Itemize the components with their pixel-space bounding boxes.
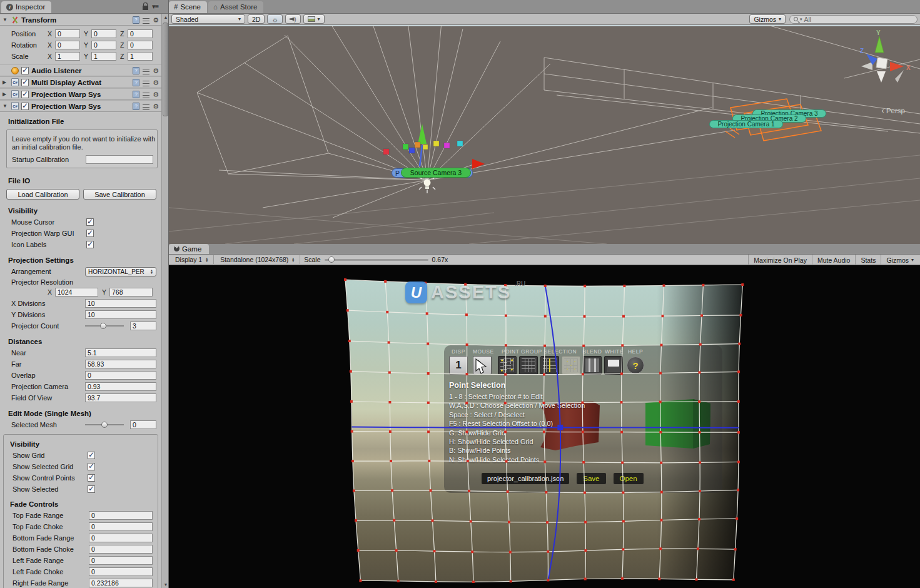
help-doc-icon[interactable] bbox=[133, 91, 139, 98]
select-points-button[interactable] bbox=[562, 356, 580, 375]
gear-icon[interactable]: ⚙ bbox=[153, 68, 159, 74]
foldout-icon[interactable]: ▶ bbox=[3, 79, 9, 85]
help-doc-icon[interactable] bbox=[133, 67, 139, 74]
scale-x-field[interactable]: 1 bbox=[55, 52, 80, 61]
field-of-view-field[interactable]: 93.7 bbox=[85, 393, 156, 402]
left-fade-range-field[interactable]: 0 bbox=[89, 556, 153, 565]
projection-camera-field[interactable]: 0.93 bbox=[85, 382, 156, 391]
presets-icon[interactable] bbox=[143, 80, 149, 86]
position-y-field[interactable]: 0 bbox=[91, 29, 116, 38]
gear-icon[interactable]: ⚙ bbox=[153, 103, 159, 110]
scrollbar-thumb[interactable] bbox=[163, 23, 168, 116]
right-fade-range-field[interactable]: 0.232186 bbox=[89, 579, 153, 587]
position-x-field[interactable]: 0 bbox=[55, 29, 80, 38]
selected-mesh-slider[interactable] bbox=[85, 424, 124, 425]
startup-calibration-field[interactable] bbox=[86, 155, 153, 164]
projector-count-slider[interactable] bbox=[85, 325, 124, 327]
show-selected-checkbox[interactable] bbox=[88, 485, 95, 493]
2d-toggle-button[interactable]: 2D bbox=[248, 14, 265, 24]
tab-game[interactable]: Game bbox=[169, 244, 209, 254]
tab-inspector[interactable]: i Inspector bbox=[1, 1, 51, 13]
resolution-dropdown[interactable]: Standalone (1024x768) bbox=[218, 255, 300, 264]
presets-icon[interactable] bbox=[143, 104, 149, 110]
scene-gizmos-dropdown[interactable]: Gizmos bbox=[749, 14, 786, 24]
arrangement-dropdown[interactable]: HORIZONTAL_PER bbox=[85, 267, 156, 276]
component-enabled-checkbox[interactable] bbox=[21, 79, 29, 86]
blend-button[interactable] bbox=[583, 356, 602, 375]
lighting-toggle-button[interactable]: ☼ bbox=[267, 14, 282, 24]
position-z-field[interactable]: 0 bbox=[128, 29, 153, 38]
view-orientation-gizmo[interactable]: Y Z X bbox=[856, 29, 914, 98]
gear-icon[interactable]: ⚙ bbox=[153, 17, 159, 24]
select-column-button[interactable] bbox=[540, 356, 559, 375]
foldout-icon[interactable]: ▶ bbox=[3, 91, 9, 97]
rotation-z-field[interactable]: 0 bbox=[128, 41, 153, 49]
component-header-audio-listener[interactable]: Audio Listener ⚙ bbox=[0, 64, 161, 76]
save-button[interactable]: Save bbox=[577, 473, 605, 484]
panel-menu-icon[interactable]: ▾≡ bbox=[152, 3, 158, 11]
help-doc-icon[interactable] bbox=[133, 16, 139, 24]
mouse-cursor-checkbox[interactable] bbox=[86, 218, 94, 226]
icon-labels-checkbox[interactable] bbox=[86, 241, 94, 248]
shading-mode-dropdown[interactable]: Shaded ▾ bbox=[171, 14, 245, 24]
open-button[interactable]: Open bbox=[614, 473, 644, 484]
component-enabled-checkbox[interactable] bbox=[21, 67, 29, 74]
foldout-icon[interactable]: ▼ bbox=[3, 103, 9, 109]
foldout-icon[interactable]: ▼ bbox=[3, 17, 9, 23]
gear-icon[interactable]: ⚙ bbox=[153, 79, 159, 86]
left-fade-choke-field[interactable]: 0 bbox=[89, 567, 153, 576]
scene-search-input[interactable]: ▾ All bbox=[789, 15, 917, 24]
component-header-transform[interactable]: ▼ Transform ⚙ bbox=[0, 14, 161, 26]
component-header-projection-warp-2[interactable]: ▼ C# Projection Warp Sys ⚙ bbox=[0, 100, 161, 112]
mute-audio-button[interactable]: Mute Audio bbox=[812, 255, 856, 265]
gear-icon[interactable]: ⚙ bbox=[153, 91, 159, 98]
slider-thumb[interactable] bbox=[328, 256, 335, 263]
white-button[interactable] bbox=[604, 356, 623, 375]
resolution-y-field[interactable]: 768 bbox=[109, 288, 153, 297]
audio-toggle-button[interactable]: ) bbox=[285, 14, 301, 24]
save-calibration-button[interactable]: Save Calibration bbox=[83, 189, 156, 200]
projection-warp-gui-checkbox[interactable] bbox=[86, 230, 94, 237]
help-doc-icon[interactable] bbox=[133, 79, 139, 86]
scale-z-field[interactable]: 1 bbox=[128, 52, 153, 61]
scene-viewport[interactable]: P m Source Camera 3 Projection Camera 3 … bbox=[169, 25, 920, 244]
slider-thumb[interactable] bbox=[100, 323, 106, 329]
display-dropdown[interactable]: Display 1 bbox=[173, 255, 214, 264]
component-enabled-checkbox[interactable] bbox=[21, 103, 29, 110]
select-warped-grid-button[interactable] bbox=[498, 356, 517, 375]
slider-thumb[interactable] bbox=[101, 422, 108, 428]
rotation-x-field[interactable]: 0 bbox=[55, 41, 80, 49]
far-field[interactable]: 58.93 bbox=[85, 360, 156, 368]
presets-icon[interactable] bbox=[143, 92, 149, 98]
source-camera-label[interactable]: Source Camera 3 bbox=[401, 168, 471, 178]
bottom-fade-range-field[interactable]: 0 bbox=[89, 534, 153, 542]
projection-camera-1-label[interactable]: Projection Camera 1 bbox=[709, 120, 783, 128]
overlap-field[interactable]: 0 bbox=[85, 371, 156, 380]
scale-slider[interactable] bbox=[325, 259, 428, 261]
resolution-x-field[interactable]: 1024 bbox=[55, 288, 98, 297]
top-fade-choke-field[interactable]: 0 bbox=[89, 522, 153, 531]
stats-button[interactable]: Stats bbox=[855, 255, 881, 265]
presets-icon[interactable] bbox=[143, 68, 149, 74]
x-divisions-field[interactable]: 10 bbox=[85, 299, 156, 308]
tab-asset-store[interactable]: ⌂ Asset Store bbox=[208, 1, 263, 13]
near-field[interactable]: 5.1 bbox=[85, 348, 156, 357]
help-button[interactable]: ? bbox=[627, 357, 644, 374]
inspector-scrollbar[interactable]: ▲ ▼ bbox=[161, 14, 169, 588]
scroll-down-icon[interactable]: ▼ bbox=[162, 581, 169, 588]
lock-icon[interactable] bbox=[143, 6, 148, 10]
presets-icon[interactable] bbox=[143, 18, 149, 24]
component-header-projection-warp-1[interactable]: ▶ C# Projection Warp Sys ⚙ bbox=[0, 88, 161, 100]
show-grid-checkbox[interactable] bbox=[88, 452, 95, 459]
maximize-on-play-button[interactable]: Maximize On Play bbox=[748, 255, 812, 265]
display-number-button[interactable]: 1 bbox=[449, 356, 468, 375]
rotation-y-field[interactable]: 0 bbox=[91, 41, 116, 49]
calibration-filename[interactable]: projector_calibration.json bbox=[482, 473, 569, 484]
scroll-up-icon[interactable]: ▲ bbox=[162, 14, 169, 21]
selected-mesh-field[interactable]: 0 bbox=[130, 420, 156, 429]
top-fade-range-field[interactable]: 0 bbox=[89, 511, 153, 520]
component-header-multi-display[interactable]: ▶ C# Multi Display Activat ⚙ bbox=[0, 76, 161, 88]
show-selected-grid-checkbox[interactable] bbox=[88, 463, 95, 470]
bottom-fade-choke-field[interactable]: 0 bbox=[89, 545, 153, 554]
component-enabled-checkbox[interactable] bbox=[21, 91, 29, 98]
